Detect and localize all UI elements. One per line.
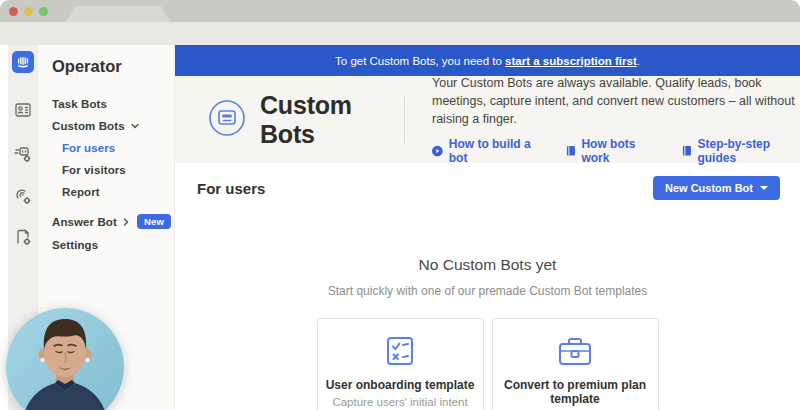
browser-tab[interactable]: [66, 6, 170, 22]
template-card-description: Capture users' initial intent and guide …: [318, 395, 483, 410]
task-bots-icon[interactable]: [14, 145, 32, 163]
template-card-title: Convert to premium plan template: [493, 378, 658, 406]
section-title: For users: [197, 180, 265, 197]
empty-state: No Custom Bots yet Start quickly with on…: [175, 256, 800, 298]
empty-state-title: No Custom Bots yet: [175, 256, 800, 274]
header-links: How to build a bot How bots work: [432, 137, 800, 165]
intercom-logo-icon[interactable]: [12, 51, 34, 73]
how-to-build-a-bot-link[interactable]: How to build a bot: [432, 137, 542, 165]
empty-state-subtitle: Start quickly with one of our premade Cu…: [175, 284, 800, 298]
briefcase-icon: [493, 332, 658, 370]
sidebar-item-for-visitors[interactable]: For visitors: [38, 159, 174, 181]
screen: Operator Task Bots Custom Bots For users…: [0, 0, 800, 410]
caret-down-icon: [760, 186, 768, 190]
new-badge: New: [137, 214, 171, 229]
banner-text-end: .: [637, 55, 640, 67]
template-cards: User onboarding template Capture users' …: [175, 318, 800, 410]
page-title: Custom Bots: [260, 91, 377, 149]
step-by-step-guides-link[interactable]: Step-by-step guides: [682, 137, 800, 165]
chevron-down-icon: [131, 123, 139, 129]
minimize-window-button[interactable]: [24, 7, 33, 16]
sidebar-title: Operator: [52, 57, 174, 76]
zoom-window-button[interactable]: [39, 7, 48, 16]
window-controls: [9, 7, 48, 16]
for-users-section-header: For users New Custom Bot: [175, 163, 800, 200]
browser-toolbar: [0, 22, 800, 45]
template-card-title: User onboarding template: [318, 378, 483, 392]
user-onboarding-template-card[interactable]: User onboarding template Capture users' …: [317, 318, 484, 410]
header-description: Your Custom Bots are always available. Q…: [432, 74, 800, 128]
chevron-right-icon: [123, 218, 129, 226]
book-icon: [566, 145, 576, 157]
sidebar-item-settings[interactable]: Settings: [38, 234, 174, 256]
main-content: To get Custom Bots, you need to start a …: [175, 45, 800, 410]
premium-plan-template-card[interactable]: Convert to premium plan template Drive u…: [492, 318, 659, 410]
checklist-icon: [318, 332, 483, 370]
sidebar-nav: Task Bots Custom Bots For users For visi…: [38, 93, 174, 256]
book-icon: [682, 145, 692, 157]
custom-bots-icon: [208, 99, 246, 141]
custom-bots-header: Custom Bots Your Custom Bots are always …: [175, 76, 800, 163]
sidebar-item-answer-bot[interactable]: Answer Bot New: [38, 209, 174, 234]
new-custom-bot-button[interactable]: New Custom Bot: [653, 176, 780, 200]
subscription-banner: To get Custom Bots, you need to start a …: [175, 45, 800, 76]
play-circle-icon: [432, 145, 443, 157]
sidebar-item-task-bots[interactable]: Task Bots: [38, 93, 174, 115]
sidebar-item-report[interactable]: Report: [38, 181, 174, 203]
operator-icon[interactable]: [14, 187, 32, 205]
contacts-icon[interactable]: [14, 101, 32, 119]
close-window-button[interactable]: [9, 7, 18, 16]
how-bots-work-link[interactable]: How bots work: [566, 137, 658, 165]
saved-content-icon[interactable]: [14, 228, 32, 246]
start-subscription-link[interactable]: start a subscription first: [505, 55, 637, 67]
banner-text: To get Custom Bots, you need to: [335, 55, 505, 67]
browser-titlebar: [0, 0, 800, 22]
header-divider: [404, 97, 405, 143]
sidebar-item-for-users[interactable]: For users: [38, 137, 174, 159]
sidebar-item-custom-bots[interactable]: Custom Bots: [38, 115, 174, 137]
